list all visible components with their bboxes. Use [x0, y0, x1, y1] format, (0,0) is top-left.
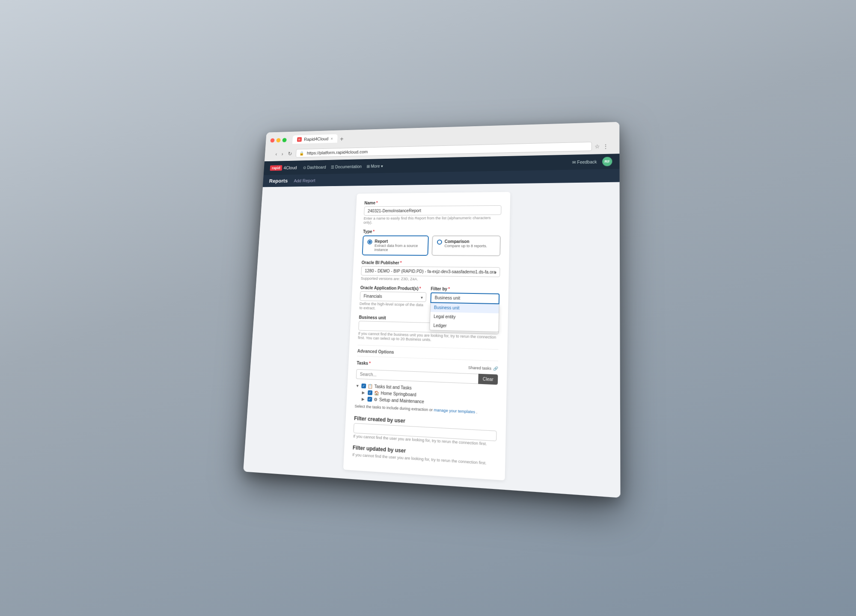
nav-documentation[interactable]: ☰ Documentation	[330, 164, 362, 169]
oracle-app-select-wrapper: Financials ▾	[360, 291, 426, 302]
oracle-app-select[interactable]: Financials	[360, 291, 426, 302]
task-search-input[interactable]	[356, 369, 479, 384]
tab-close-button[interactable]: ×	[330, 136, 333, 141]
browser-tabs: R Rapid4Cloud × +	[292, 134, 345, 144]
check-icon-setup: ✓	[368, 397, 371, 401]
user-avatar[interactable]: RF	[602, 157, 612, 166]
type-comparison-label: Comparison	[445, 239, 487, 244]
browser-tab-active[interactable]: R Rapid4Cloud ×	[292, 134, 338, 144]
type-label: Type *	[363, 229, 501, 234]
back-button[interactable]: ‹	[274, 150, 279, 157]
url-text: https://platform.rapid4cloud.com	[307, 144, 588, 156]
task-checkbox-root[interactable]: ✓	[361, 384, 366, 389]
add-report-link[interactable]: Add Report	[294, 178, 315, 183]
new-tab-button[interactable]: +	[338, 136, 345, 143]
task-icon-setup: ⚙	[374, 397, 377, 402]
filter-by-label: Filter by *	[431, 287, 499, 292]
shared-tasks-icon: 🔗	[493, 367, 498, 371]
check-icon: ✓	[362, 384, 365, 388]
traffic-lights	[270, 138, 286, 142]
type-comparison-radio	[437, 240, 442, 245]
type-report-desc: Extract data from a source instance	[374, 244, 423, 252]
app-logo: rapid 4Cloud	[270, 165, 297, 171]
tab-title: Rapid4Cloud	[304, 136, 329, 142]
task-icon-home: 🏠	[374, 391, 379, 396]
header-right: ✉ Feedback RF	[572, 157, 612, 167]
filter-by-section: Filter by * Business unit Legal entity L…	[430, 287, 500, 313]
oracle-bi-section: Oracle BI Publisher * 1280 - DEMO - BIP …	[361, 261, 500, 282]
type-comparison-option[interactable]: Comparison Compare up to 8 reports.	[431, 236, 501, 257]
oracle-bi-hint: Supported versions are: Z3D, Z4A.	[361, 276, 500, 282]
task-expand-root[interactable]: ▼	[356, 384, 360, 388]
nav-dashboard[interactable]: ⊙ Dashboard	[303, 165, 326, 170]
page-title: Reports	[269, 178, 288, 184]
type-section: Type * Report Extract data from a source…	[362, 229, 501, 256]
shared-tasks: Shared tasks 🔗	[468, 365, 498, 371]
header-nav: ⊙ Dashboard ☰ Documentation ⊞ More ▾	[303, 160, 565, 169]
name-input[interactable]	[364, 205, 502, 216]
browser-window: R Rapid4Cloud × + ‹ › ↻ 🔒 https://platfo…	[243, 122, 620, 498]
oracle-bi-required: *	[400, 261, 402, 265]
type-report-radio	[367, 240, 372, 244]
clear-button[interactable]: Clear	[478, 374, 498, 385]
nav-more[interactable]: ⊞ More ▾	[366, 164, 383, 169]
oracle-app-label: Oracle Application Product(s) *	[360, 285, 427, 291]
nav-buttons: ‹ › ↻	[274, 150, 294, 157]
oracle-app-section: Oracle Application Product(s) * Financia…	[359, 285, 426, 311]
task-search-row: Clear	[356, 369, 498, 385]
logo-4cloud: 4Cloud	[283, 166, 297, 170]
app-filter-section: Oracle Application Product(s) * Financia…	[359, 285, 499, 313]
main-content: Name * Enter a name to easily find this …	[243, 182, 620, 498]
forward-button[interactable]: ›	[280, 150, 285, 157]
tasks-required: *	[369, 361, 371, 366]
oracle-app-hint: Define the high-level scope of the data …	[359, 302, 426, 311]
name-hint: Enter a name to easily find this Report …	[363, 216, 501, 225]
maximize-traffic-light[interactable]	[282, 138, 287, 142]
tasks-section: Tasks * Shared tasks 🔗 Clear	[354, 356, 498, 416]
filter-by-input[interactable]	[430, 293, 499, 305]
browser-menu-button[interactable]: ⋮	[603, 143, 609, 149]
tasks-label: Tasks *	[357, 361, 371, 366]
oracle-bi-select[interactable]: 1280 - DEMO - BIP (RAPID.PD) - fa-exjz-d…	[361, 266, 500, 277]
advanced-options-section: Advanced Options Tasks * Shared tasks 🔗	[354, 349, 498, 416]
task-label-setup: Setup and Maintenance	[379, 397, 424, 404]
type-report-option[interactable]: Report Extract data from a source instan…	[362, 236, 429, 256]
name-label: Name *	[364, 199, 502, 205]
filter-updated-section: Filter updated by user If you cannot fin…	[352, 444, 496, 466]
oracle-app-required: *	[419, 286, 421, 291]
refresh-button[interactable]: ↻	[286, 150, 294, 157]
oracle-bi-select-wrapper: 1280 - DEMO - BIP (RAPID.PD) - fa-exjz-d…	[361, 266, 500, 277]
secure-icon: 🔒	[299, 151, 304, 155]
close-traffic-light[interactable]	[270, 138, 274, 142]
type-report-label: Report	[374, 239, 424, 244]
task-checkbox-home[interactable]: ✓	[368, 390, 372, 395]
filter-by-dropdown: Business unit Legal entity Ledger	[430, 293, 499, 305]
logo-rapid: rapid	[270, 165, 282, 171]
name-section: Name * Enter a name to easily find this …	[363, 199, 502, 225]
filter-by-required: *	[448, 287, 450, 291]
task-expand-setup[interactable]: ▶	[362, 397, 366, 402]
task-expand-home[interactable]: ▶	[362, 390, 366, 395]
oracle-bi-label: Oracle BI Publisher *	[362, 261, 500, 266]
filter-created-section: Filter created by user If you cannot fin…	[353, 415, 497, 447]
feedback-button[interactable]: ✉ Feedback	[572, 160, 597, 165]
bookmark-button[interactable]: ☆	[594, 143, 600, 150]
task-icon-root: 📋	[368, 384, 373, 389]
name-required: *	[376, 201, 378, 205]
tab-favicon: R	[297, 137, 302, 142]
minimize-traffic-light[interactable]	[276, 138, 280, 142]
manage-templates-link[interactable]: manage your templates	[434, 408, 475, 414]
check-icon-home: ✓	[369, 391, 372, 395]
type-options: Report Extract data from a source instan…	[362, 236, 501, 257]
task-checkbox-setup[interactable]: ✓	[367, 397, 372, 402]
form-card: Name * Enter a name to easily find this …	[343, 192, 511, 480]
type-comparison-desc: Compare up to 8 reports.	[444, 244, 487, 248]
type-required: *	[373, 229, 374, 234]
filter-option-ledger[interactable]: Ledger	[430, 321, 499, 332]
filter-by-options: Business unit Legal entity Ledger	[429, 303, 499, 332]
